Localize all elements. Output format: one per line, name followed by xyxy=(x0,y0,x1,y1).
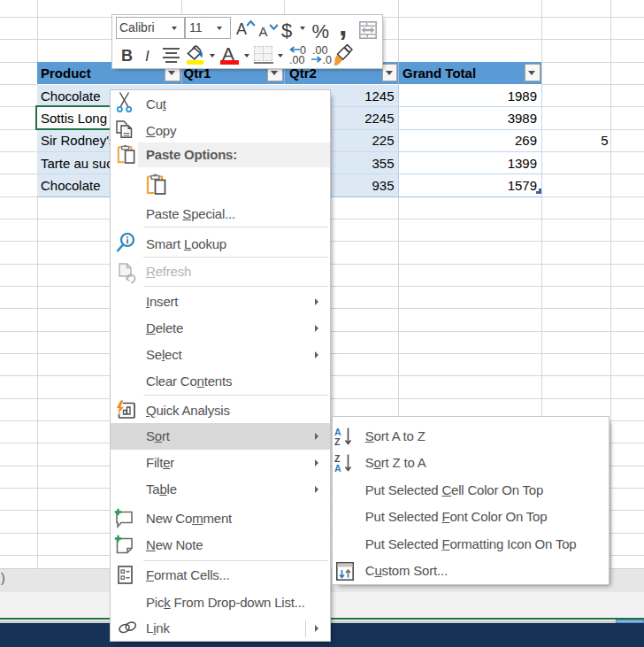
svg-text:A: A xyxy=(334,463,341,474)
svg-text:Z: Z xyxy=(334,436,341,447)
